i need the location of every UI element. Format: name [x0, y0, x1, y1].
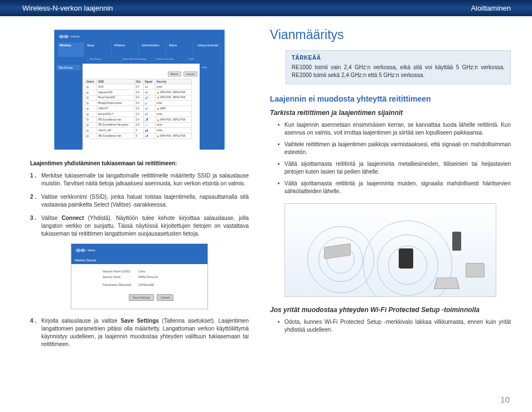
tab-admin: Administration	[140, 42, 166, 57]
header-left: Wireless-N-verkon laajennin	[22, 4, 113, 12]
bullet-b1: Odota, kunnes Wi-Fi Protected Setup -mer…	[284, 318, 511, 334]
bullet-a3: Vältä sijoittamasta reititintä ja laajen…	[284, 160, 511, 176]
cancel-button: Cancel	[157, 294, 173, 301]
wifi-networks-table: Select SSID GHz Signal Security JimS2.4 …	[85, 79, 192, 139]
printer-icon	[466, 263, 485, 277]
table-row: OMG4772.4🔒 WEP	[85, 106, 192, 112]
table-row: BusyOcelot2622.4🔒 WPA-PSK, WPA2-PSK	[85, 95, 192, 100]
step-1: 1 .Merkitse tukiasemalle tai langattomal…	[30, 172, 249, 188]
help-label: Help...	[200, 64, 224, 71]
page-number: 10	[500, 395, 510, 404]
bullets-wps: Odota, kunnes Wi-Fi Protected Setup -mer…	[270, 318, 511, 334]
subtab-3: QoS	[188, 57, 221, 64]
tab-setup: Setup	[85, 42, 112, 57]
note-body: RE1000 toimii vain 2,4 GHz:n verkossa, e…	[292, 64, 505, 78]
laptop-icon	[434, 277, 460, 289]
wireless-security-tab: Wireless Security	[75, 258, 96, 262]
placement-diagram	[284, 203, 496, 297]
subheading-wps: Jos yrität muodostaa yhteyden Wi-Fi Prot…	[270, 306, 511, 314]
tab-wireless: Wireless	[113, 42, 139, 57]
step-3: 3 .Valitse Connect (Yhdistä). Näyttöön t…	[30, 214, 249, 238]
refresh-button: Refresh	[168, 71, 181, 76]
table-row: Jason1_wifi5 none	[85, 128, 192, 133]
page-header: Wireless-N-verkon laajennin Aloittaminen	[0, 0, 532, 16]
table-row: linksys5341-72.4 none	[85, 111, 192, 117]
steps-list-2: 4 .Kirjoita salauslause ja valitse Save …	[22, 317, 257, 348]
table-row: twguest27202.4🔒 WPA-PSK, WPA2-PSK	[85, 89, 192, 95]
page-title: Vianmääritys	[270, 27, 511, 42]
extender-icon	[399, 248, 413, 269]
section-heading: Laajennin ei muodosta yhteyttä reitittim…	[270, 94, 511, 103]
note-title: TÄRKEÄÄ	[292, 54, 505, 62]
header-right: Aloittaminen	[471, 4, 511, 12]
brand-label: Linksys Extender	[195, 42, 221, 57]
wireless-tab-label: Wireless	[58, 42, 84, 57]
table-row: FBI Surveillance Van2.4🔒 WPA-PSK, WPA2-P…	[85, 117, 192, 122]
save-settings-button: Save Settings	[129, 294, 154, 301]
bullet-a4: Vältä sijoittamasta reititintä ja laajen…	[284, 180, 511, 195]
security-screenshot: cisco Wireless Security Network Name (SS…	[71, 243, 208, 309]
cisco-logo-icon-2: cisco	[76, 248, 95, 252]
bullet-a2: Vaihtele reitittimen ja laajentimen paik…	[284, 141, 511, 156]
step-4: 4 .Kirjoita salauslause ja valitse Save …	[30, 317, 249, 348]
table-row: BluejayStripion-guest2.4 none	[85, 100, 192, 106]
bullet-a1: Kun laajennin asennetaan ensimmäisen ker…	[284, 121, 511, 137]
table-row: JimS2.4 none	[85, 84, 192, 90]
step-2: 2 .Valitse verkkonimi (SSID), jonka halu…	[30, 193, 249, 209]
steps-list: 1 .Merkitse tukiasemalle tai langattomal…	[22, 172, 257, 238]
caption-connecting: Laajentimen yhdistäminen tukiasemaan tai…	[30, 160, 249, 166]
subtab-0: Site Survey	[88, 57, 121, 64]
table-row: FBI Surveillance Van5🔒 WPA-PSK, WPA2-PSK	[85, 133, 192, 139]
phone-icon	[452, 232, 461, 251]
subtab-2: Wireless Security	[154, 57, 187, 64]
tab-status: Status	[167, 42, 194, 57]
table-row: FBI Surveillance Van-guest2.4 none	[85, 122, 192, 128]
cisco-logo-icon: cisco	[59, 35, 80, 39]
side-site-survey: Site Survey	[56, 65, 81, 70]
important-note: TÄRKEÄÄ RE1000 toimii vain 2,4 GHz:n ver…	[286, 50, 511, 84]
subheading-locations: Tarkista reitittimen ja laajentimen sija…	[270, 109, 511, 117]
subtab-1: Basic Wireless Settings	[122, 57, 154, 64]
site-survey-screenshot: cisco Wireless Setup Wireless Administra…	[54, 30, 225, 149]
connect-button: Connect	[183, 71, 197, 76]
bullets-locations: Kun laajennin asennetaan ensimmäisen ker…	[270, 121, 511, 195]
